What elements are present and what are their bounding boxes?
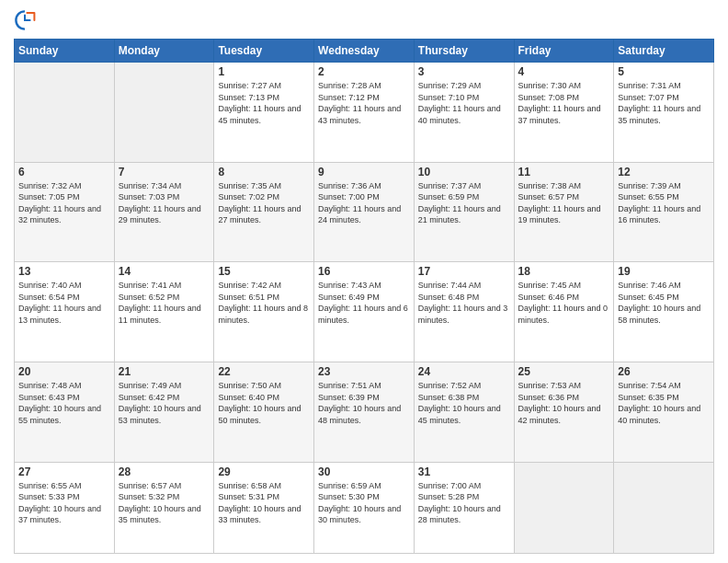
- day-number: 8: [218, 166, 310, 178]
- day-info: Sunrise: 7:40 AM Sunset: 6:54 PM Dayligh…: [18, 280, 110, 326]
- calendar-cell: 25Sunrise: 7:53 AM Sunset: 6:36 PM Dayli…: [514, 362, 614, 462]
- calendar-cell: 24Sunrise: 7:52 AM Sunset: 6:38 PM Dayli…: [414, 362, 514, 462]
- calendar-cell: 21Sunrise: 7:49 AM Sunset: 6:42 PM Dayli…: [114, 362, 214, 462]
- calendar-cell: 22Sunrise: 7:50 AM Sunset: 6:40 PM Dayli…: [214, 362, 314, 462]
- calendar-cell: 18Sunrise: 7:45 AM Sunset: 6:46 PM Dayli…: [514, 262, 614, 362]
- calendar-cell: 17Sunrise: 7:44 AM Sunset: 6:48 PM Dayli…: [414, 262, 514, 362]
- day-info: Sunrise: 7:39 AM Sunset: 6:55 PM Dayligh…: [618, 180, 710, 226]
- logo: [14, 9, 40, 31]
- day-number: 31: [418, 465, 510, 478]
- logo-icon: [14, 9, 36, 31]
- day-info: Sunrise: 7:38 AM Sunset: 6:57 PM Dayligh…: [518, 180, 610, 226]
- day-info: Sunrise: 7:27 AM Sunset: 7:13 PM Dayligh…: [218, 80, 310, 126]
- day-info: Sunrise: 7:34 AM Sunset: 7:03 PM Dayligh…: [119, 180, 210, 226]
- calendar-cell: 4Sunrise: 7:30 AM Sunset: 7:08 PM Daylig…: [514, 63, 614, 163]
- calendar-cell: [614, 462, 714, 553]
- day-header-thursday: Thursday: [414, 40, 514, 63]
- day-number: 14: [119, 265, 210, 278]
- day-number: 15: [218, 265, 310, 278]
- day-header-saturday: Saturday: [614, 40, 714, 63]
- day-number: 28: [119, 465, 210, 478]
- day-header-tuesday: Tuesday: [214, 40, 314, 63]
- day-info: Sunrise: 7:35 AM Sunset: 7:02 PM Dayligh…: [218, 180, 310, 226]
- header: [14, 9, 714, 31]
- calendar-cell: 23Sunrise: 7:51 AM Sunset: 6:39 PM Dayli…: [314, 362, 415, 462]
- calendar-cell: 12Sunrise: 7:39 AM Sunset: 6:55 PM Dayli…: [614, 162, 714, 262]
- calendar-cell: 15Sunrise: 7:42 AM Sunset: 6:51 PM Dayli…: [214, 262, 314, 362]
- day-info: Sunrise: 7:44 AM Sunset: 6:48 PM Dayligh…: [418, 280, 510, 326]
- calendar-cell: [15, 63, 115, 163]
- day-info: Sunrise: 6:58 AM Sunset: 5:31 PM Dayligh…: [218, 480, 310, 526]
- day-info: Sunrise: 7:28 AM Sunset: 7:12 PM Dayligh…: [318, 80, 410, 126]
- day-number: 19: [618, 265, 710, 278]
- calendar-table: SundayMondayTuesdayWednesdayThursdayFrid…: [14, 39, 714, 554]
- calendar-cell: 27Sunrise: 6:55 AM Sunset: 5:33 PM Dayli…: [15, 462, 115, 553]
- day-number: 6: [18, 166, 110, 178]
- day-number: 2: [318, 65, 410, 78]
- calendar-cell: 16Sunrise: 7:43 AM Sunset: 6:49 PM Dayli…: [314, 262, 415, 362]
- day-info: Sunrise: 7:50 AM Sunset: 6:40 PM Dayligh…: [218, 380, 310, 426]
- calendar-cell: 5Sunrise: 7:31 AM Sunset: 7:07 PM Daylig…: [614, 63, 714, 163]
- day-header-friday: Friday: [514, 40, 614, 63]
- day-number: 26: [618, 365, 710, 378]
- day-header-monday: Monday: [114, 40, 214, 63]
- calendar-cell: 6Sunrise: 7:32 AM Sunset: 7:05 PM Daylig…: [15, 162, 115, 262]
- day-info: Sunrise: 7:32 AM Sunset: 7:05 PM Dayligh…: [18, 180, 110, 226]
- day-number: 11: [518, 166, 610, 178]
- day-number: 16: [318, 265, 410, 278]
- calendar-cell: 9Sunrise: 7:36 AM Sunset: 7:00 PM Daylig…: [314, 162, 415, 262]
- day-number: 21: [119, 365, 210, 378]
- day-info: Sunrise: 6:59 AM Sunset: 5:30 PM Dayligh…: [318, 480, 410, 526]
- day-info: Sunrise: 7:48 AM Sunset: 6:43 PM Dayligh…: [18, 380, 110, 426]
- calendar-header-row: SundayMondayTuesdayWednesdayThursdayFrid…: [15, 40, 714, 63]
- day-number: 13: [18, 265, 110, 278]
- day-number: 27: [18, 465, 110, 478]
- day-number: 17: [418, 265, 510, 278]
- day-info: Sunrise: 7:52 AM Sunset: 6:38 PM Dayligh…: [418, 380, 510, 426]
- day-header-wednesday: Wednesday: [314, 40, 415, 63]
- calendar-cell: 26Sunrise: 7:54 AM Sunset: 6:35 PM Dayli…: [614, 362, 714, 462]
- calendar-cell: 3Sunrise: 7:29 AM Sunset: 7:10 PM Daylig…: [414, 63, 514, 163]
- calendar-cell: 29Sunrise: 6:58 AM Sunset: 5:31 PM Dayli…: [214, 462, 314, 553]
- day-number: 7: [119, 166, 210, 178]
- day-info: Sunrise: 6:55 AM Sunset: 5:33 PM Dayligh…: [18, 480, 110, 526]
- day-info: Sunrise: 7:37 AM Sunset: 6:59 PM Dayligh…: [418, 180, 510, 226]
- day-number: 24: [418, 365, 510, 378]
- day-info: Sunrise: 7:29 AM Sunset: 7:10 PM Dayligh…: [418, 80, 510, 126]
- calendar-cell: 20Sunrise: 7:48 AM Sunset: 6:43 PM Dayli…: [15, 362, 115, 462]
- calendar-cell: 11Sunrise: 7:38 AM Sunset: 6:57 PM Dayli…: [514, 162, 614, 262]
- calendar-cell: 13Sunrise: 7:40 AM Sunset: 6:54 PM Dayli…: [15, 262, 115, 362]
- day-info: Sunrise: 7:54 AM Sunset: 6:35 PM Dayligh…: [618, 380, 710, 426]
- day-info: Sunrise: 7:53 AM Sunset: 6:36 PM Dayligh…: [518, 380, 610, 426]
- day-number: 23: [318, 365, 410, 378]
- day-number: 22: [218, 365, 310, 378]
- day-info: Sunrise: 7:46 AM Sunset: 6:45 PM Dayligh…: [618, 280, 710, 326]
- calendar-cell: 7Sunrise: 7:34 AM Sunset: 7:03 PM Daylig…: [114, 162, 214, 262]
- day-number: 10: [418, 166, 510, 178]
- calendar-cell: 1Sunrise: 7:27 AM Sunset: 7:13 PM Daylig…: [214, 63, 314, 163]
- day-info: Sunrise: 7:30 AM Sunset: 7:08 PM Dayligh…: [518, 80, 610, 126]
- day-number: 30: [318, 465, 410, 478]
- day-number: 29: [218, 465, 310, 478]
- day-number: 20: [18, 365, 110, 378]
- calendar-cell: [514, 462, 614, 553]
- calendar-cell: 2Sunrise: 7:28 AM Sunset: 7:12 PM Daylig…: [314, 63, 415, 163]
- day-info: Sunrise: 6:57 AM Sunset: 5:32 PM Dayligh…: [119, 480, 210, 526]
- day-info: Sunrise: 7:43 AM Sunset: 6:49 PM Dayligh…: [318, 280, 410, 326]
- day-number: 5: [618, 65, 710, 78]
- day-info: Sunrise: 7:42 AM Sunset: 6:51 PM Dayligh…: [218, 280, 310, 326]
- calendar-cell: 19Sunrise: 7:46 AM Sunset: 6:45 PM Dayli…: [614, 262, 714, 362]
- day-number: 3: [418, 65, 510, 78]
- calendar-cell: 30Sunrise: 6:59 AM Sunset: 5:30 PM Dayli…: [314, 462, 415, 553]
- calendar-cell: [114, 63, 214, 163]
- day-info: Sunrise: 7:31 AM Sunset: 7:07 PM Dayligh…: [618, 80, 710, 126]
- day-info: Sunrise: 7:45 AM Sunset: 6:46 PM Dayligh…: [518, 280, 610, 326]
- day-info: Sunrise: 7:51 AM Sunset: 6:39 PM Dayligh…: [318, 380, 410, 426]
- day-info: Sunrise: 7:49 AM Sunset: 6:42 PM Dayligh…: [119, 380, 210, 426]
- day-number: 12: [618, 166, 710, 178]
- calendar-cell: 14Sunrise: 7:41 AM Sunset: 6:52 PM Dayli…: [114, 262, 214, 362]
- day-info: Sunrise: 7:36 AM Sunset: 7:00 PM Dayligh…: [318, 180, 410, 226]
- day-number: 9: [318, 166, 410, 178]
- day-number: 18: [518, 265, 610, 278]
- calendar-cell: 8Sunrise: 7:35 AM Sunset: 7:02 PM Daylig…: [214, 162, 314, 262]
